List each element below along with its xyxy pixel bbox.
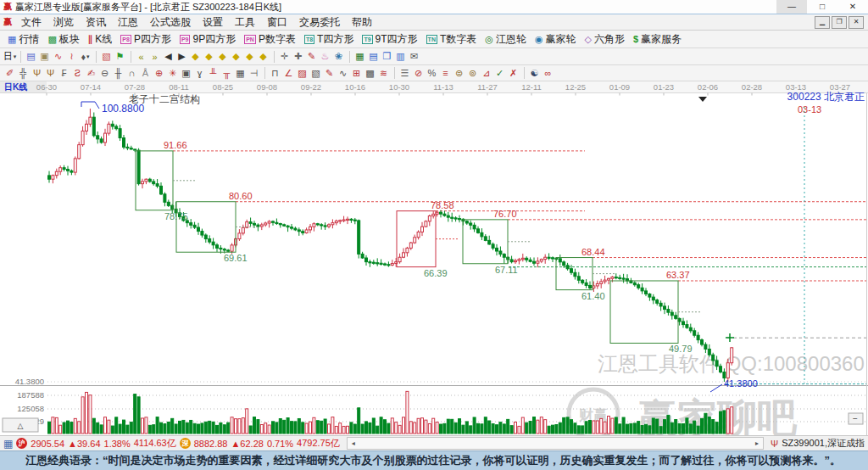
draw-tool-icon-10[interactable]: Å	[139, 67, 152, 80]
draw-tool-icon-26[interactable]: ⊞	[350, 67, 363, 80]
view-tool-icon-26[interactable]: ❀	[332, 50, 345, 63]
menu-item-3[interactable]: 江恩	[112, 15, 144, 30]
view-tool-icon-12[interactable]: »	[148, 50, 161, 63]
market-grid-icon[interactable]: ▦	[3, 438, 13, 450]
horizontal-scrollbar[interactable]: ◂ ▸	[347, 437, 764, 450]
view-tool-icon-15[interactable]: ◆	[189, 50, 202, 63]
menu-item-2[interactable]: 资讯	[80, 15, 112, 30]
menu-item-9[interactable]: 帮助	[346, 15, 378, 30]
module-hexagon[interactable]: ◇六角形	[581, 32, 629, 47]
module-t-number-table[interactable]: TNT数字表	[422, 32, 481, 47]
draw-tool-icon-15[interactable]: ╨	[207, 67, 220, 80]
view-tool-icon-9[interactable]: ⚑	[114, 50, 126, 63]
view-tool-icon-16[interactable]: ◆	[203, 50, 215, 63]
view-tool-icon-31[interactable]: ▥	[394, 50, 407, 63]
draw-tool-icon-28[interactable]: ≋	[377, 67, 390, 80]
module-sector-blocks[interactable]: ▩板块	[43, 32, 83, 47]
menu-item-5[interactable]: 设置	[197, 15, 229, 30]
chart-canvas[interactable]: 日K线06-3007-1407-2808-1108-2509-0809-2210…	[0, 81, 868, 435]
view-tool-icon-19[interactable]: ◆	[243, 50, 256, 63]
menu-item-0[interactable]: 文件	[15, 15, 47, 30]
view-tool-icon-25[interactable]: ♨	[319, 50, 331, 63]
draw-tool-icon-35[interactable]: ⊚	[466, 67, 479, 80]
draw-tool-icon-3[interactable]: Ψ	[44, 67, 57, 80]
draw-tool-icon-38[interactable]: ✗	[507, 67, 520, 80]
module-9p-square[interactable]: P99P四方形	[175, 32, 240, 47]
view-tool-icon-29[interactable]: ▤	[367, 50, 380, 63]
menu-item-6[interactable]: 工具	[229, 15, 261, 30]
draw-tool-icon-14[interactable]: ɣ	[193, 67, 206, 80]
draw-tool-icon-33[interactable]: ≡	[439, 67, 452, 80]
draw-tool-icon-2[interactable]: Ψ	[31, 67, 43, 80]
draw-tool-icon-4[interactable]: ₣	[58, 67, 70, 80]
view-tool-icon-32[interactable]: ✉	[408, 50, 420, 63]
maximize-button[interactable]: □	[807, 0, 837, 14]
draw-tool-icon-5[interactable]: Ƨ	[71, 67, 84, 80]
draw-tool-icon-21[interactable]: ∠	[282, 67, 295, 80]
view-tool-icon-17[interactable]: ◆	[216, 50, 229, 63]
module-quote-grid[interactable]: ▦行情	[3, 32, 43, 47]
draw-tool-icon-16[interactable]: ╥	[220, 67, 233, 80]
draw-tool-icon-7[interactable]: ⊖	[98, 67, 111, 80]
draw-tool-icon-20[interactable]: ⊓	[269, 67, 281, 80]
volume-minimize-button[interactable]: −	[849, 413, 863, 424]
draw-tool-icon-22[interactable]: ▨	[296, 67, 309, 80]
draw-tool-icon-11[interactable]: ⊕	[153, 67, 165, 80]
draw-tool-icon-8[interactable]: ╫	[112, 67, 125, 80]
mdi-restore-icon[interactable]: ❐	[832, 16, 847, 29]
draw-tool-icon-40[interactable]: ☯	[528, 67, 541, 80]
view-tool-icon-6[interactable]: ♦▾	[79, 50, 92, 63]
view-tool-icon-28[interactable]: ▦	[353, 50, 366, 63]
module-kline[interactable]: ∥K线	[84, 32, 117, 47]
view-tool-icon-18[interactable]: ◆	[230, 50, 242, 63]
draw-tool-icon-13[interactable]: ▣	[180, 67, 192, 80]
draw-tool-icon-36[interactable]: ⊿	[480, 67, 492, 80]
draw-tool-icon-27[interactable]: ▩	[364, 67, 376, 80]
module-t-square[interactable]: T8T四方形	[300, 32, 359, 47]
draw-tool-icon-1[interactable]: ╬	[17, 67, 30, 80]
view-tool-icon-24[interactable]: ✎	[305, 50, 318, 63]
mdi-minimize-icon[interactable]: ▁	[815, 16, 830, 29]
shenzhen-index-icon[interactable]: 深	[180, 438, 191, 449]
view-tool-icon-22[interactable]: ✛	[278, 50, 291, 63]
menu-item-8[interactable]: 交易委托	[293, 15, 346, 30]
view-tool-icon-3[interactable]: ▣	[38, 50, 51, 63]
menu-item-7[interactable]: 窗口	[261, 15, 293, 30]
close-button[interactable]: ✕	[837, 0, 868, 14]
minimize-button[interactable]: —	[776, 0, 807, 14]
view-tool-icon-30[interactable]: ❒	[381, 50, 393, 63]
module-winner-service[interactable]: $赢家服务	[629, 32, 686, 47]
scroll-right-icon[interactable]: ▸	[751, 439, 763, 447]
draw-tool-icon-17[interactable]: ▦	[234, 67, 247, 80]
draw-tool-icon-18[interactable]: ⊣	[248, 67, 260, 80]
module-9t-square[interactable]: T99T四方形	[358, 32, 421, 47]
view-tool-icon-11[interactable]: «	[135, 50, 147, 63]
view-tool-icon-20[interactable]: ◆	[257, 50, 270, 63]
draw-tool-icon-12[interactable]: ✳	[166, 67, 179, 80]
module-winner-wheel[interactable]: ◉赢家轮	[531, 32, 581, 47]
shanghai-index-icon[interactable]: 沪	[16, 438, 27, 449]
volume-collapse-button[interactable]: △	[3, 418, 38, 432]
draw-tool-icon-37[interactable]: ✓	[493, 67, 506, 80]
view-tool-icon-4[interactable]: ∿	[52, 50, 64, 63]
module-gann-wheel[interactable]: ◎江恩轮	[481, 32, 531, 47]
draw-tool-icon-31[interactable]: ⊘	[412, 67, 425, 80]
menu-item-1[interactable]: 浏览	[47, 15, 80, 30]
view-tool-icon-14[interactable]: ▶	[175, 50, 188, 63]
draw-tool-icon-6[interactable]: ✍	[85, 67, 97, 80]
draw-tool-icon-24[interactable]: ✎	[323, 67, 336, 80]
view-tool-icon-5[interactable]: ≀	[65, 50, 78, 63]
view-tool-icon-13[interactable]: ◀	[162, 50, 175, 63]
draw-tool-icon-25[interactable]: ∿	[337, 67, 349, 80]
draw-tool-icon-23[interactable]: ▧	[309, 67, 322, 80]
draw-tool-icon-32[interactable]: %	[426, 67, 438, 80]
view-tool-icon-2[interactable]: ▤	[25, 50, 37, 63]
view-tool-icon-0[interactable]: 日▾	[3, 50, 16, 63]
view-tool-icon-23[interactable]: ✚	[292, 50, 304, 63]
module-p-square[interactable]: P8P四方形	[116, 32, 175, 47]
draw-tool-icon-30[interactable]: ☰	[398, 67, 411, 80]
draw-tool-icon-0[interactable]: ✐	[3, 67, 16, 80]
mdi-close-icon[interactable]: ✕	[849, 16, 864, 29]
scroll-left-icon[interactable]: ◂	[348, 439, 359, 447]
menu-item-4[interactable]: 公式选股	[144, 15, 197, 30]
